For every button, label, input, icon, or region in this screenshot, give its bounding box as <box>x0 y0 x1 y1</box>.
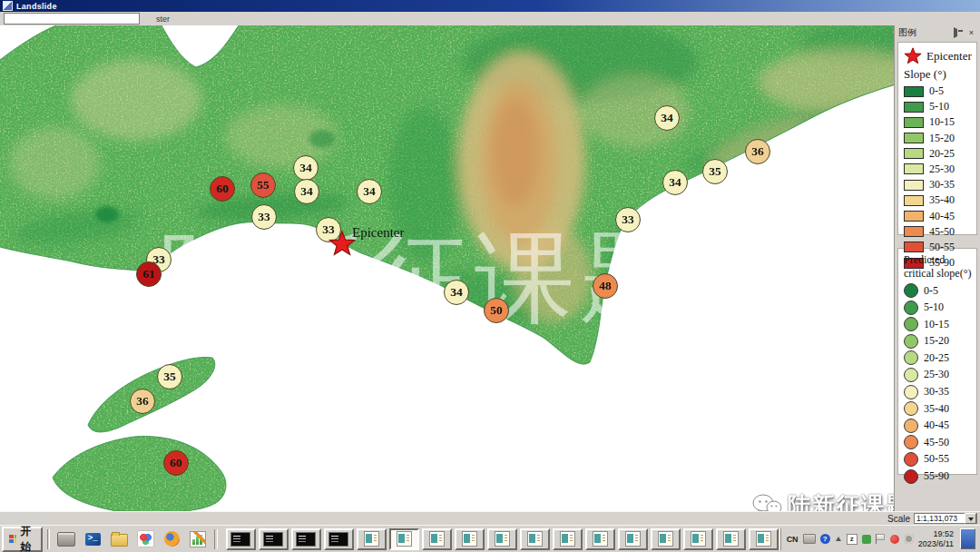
window-title: Landslide <box>16 2 57 11</box>
toolbar-combobox[interactable] <box>4 13 140 25</box>
mapdoc-task-button[interactable] <box>749 528 779 550</box>
scale-combobox[interactable]: 1:1,131,073 <box>914 513 977 524</box>
predicted-class-label: 15-20 <box>924 334 949 348</box>
mapdoc-task-button[interactable] <box>520 528 550 550</box>
predicted-swatch <box>904 368 918 382</box>
window-titlebar[interactable]: Landslide <box>0 0 980 12</box>
slope-point-marker[interactable]: 60 <box>210 176 235 202</box>
slope-swatch <box>904 195 924 206</box>
mapdoc-task-button[interactable] <box>683 528 713 550</box>
slope-point-marker[interactable]: 35 <box>702 159 728 184</box>
predicted-class-row: 5-10 <box>904 301 972 315</box>
update-tray-icon[interactable] <box>904 534 914 544</box>
mapdoc-window-icon <box>560 531 575 547</box>
flag-tray-icon[interactable] <box>876 534 886 544</box>
application-window: Landslide ster <box>0 0 980 552</box>
close-icon[interactable]: × <box>966 28 976 38</box>
mapdoc-task-button[interactable] <box>716 528 746 550</box>
slope-point-marker[interactable]: 34 <box>662 170 688 195</box>
device-icon[interactable] <box>54 528 78 550</box>
predicted-class-row: 55-90 <box>904 469 972 484</box>
start-button[interactable]: 开始 <box>2 527 43 552</box>
uparrow-tray-icon[interactable] <box>835 536 842 543</box>
predicted-swatch <box>904 435 918 449</box>
show-desktop-icon[interactable] <box>960 528 975 549</box>
mapdoc-task-button[interactable] <box>585 528 615 550</box>
legend-panel-title: 图例 <box>898 26 951 39</box>
legend-panel-titlebar[interactable]: 图例 × <box>895 25 980 40</box>
chevron-down-icon[interactable] <box>965 513 976 524</box>
mapdoc-task-button[interactable] <box>389 528 419 550</box>
predicted-class-label: 35-40 <box>924 402 949 416</box>
slope-point-marker[interactable]: 61 <box>136 261 162 287</box>
slope-swatch <box>904 148 924 159</box>
mapdoc-window-icon <box>527 531 543 547</box>
mapdoc-task-button[interactable] <box>618 528 648 550</box>
greenapp-tray-icon[interactable] <box>862 535 871 544</box>
colorwheel-icon[interactable] <box>133 528 157 550</box>
slope-class-label: 50-55 <box>929 241 955 254</box>
predicted-class-label: 30-35 <box>924 385 949 399</box>
mapdoc-window-icon <box>593 531 608 547</box>
slope-class-label: 35-40 <box>929 193 955 207</box>
slope-point-marker[interactable]: 55 <box>250 172 276 198</box>
tray-icons: CN <box>787 534 914 545</box>
mapdoc-window-icon <box>364 531 379 547</box>
slope-class-row: 0-5 <box>904 84 972 98</box>
slope-point-marker[interactable]: 34 <box>293 155 318 181</box>
predicted-swatch <box>904 452 918 467</box>
cn-tray-icon[interactable]: CN <box>787 535 799 544</box>
predicted-swatch <box>904 469 918 484</box>
map-view[interactable]: 陆新征课题组 605534343433333361345048343635343… <box>0 25 980 511</box>
firefox-icon[interactable] <box>160 528 183 550</box>
console-task-button[interactable] <box>259 528 289 550</box>
folder-icon[interactable] <box>107 528 131 550</box>
toolbar: ster <box>0 12 980 26</box>
zapp-tray-icon[interactable] <box>847 534 858 545</box>
mapdoc-window-icon <box>625 531 641 547</box>
redbadge-tray-icon[interactable] <box>890 535 899 544</box>
slope-point-marker[interactable]: 36 <box>130 389 155 414</box>
slope-point-marker[interactable]: 60 <box>163 450 189 476</box>
slope-swatch <box>904 133 924 143</box>
printer-tray-icon[interactable] <box>803 534 816 544</box>
slope-point-marker[interactable]: 34 <box>357 179 382 204</box>
console-window-icon <box>328 532 348 547</box>
mapdoc-task-button[interactable] <box>553 528 583 550</box>
console-task-button[interactable] <box>291 528 321 550</box>
mapdoc-task-button[interactable] <box>455 528 485 550</box>
help-tray-icon[interactable] <box>820 534 830 544</box>
slope-class-row: 15-20 <box>904 132 972 145</box>
slope-point-marker[interactable]: 34 <box>654 105 680 131</box>
slope-point-marker[interactable]: 33 <box>251 204 277 230</box>
tray-clock[interactable]: 19:52 2023/6/11 <box>918 529 954 548</box>
pin-icon[interactable] <box>954 28 964 38</box>
mapdoc-task-button[interactable] <box>357 528 387 550</box>
slope-swatch <box>904 226 924 237</box>
toolbar-label: ster <box>156 15 170 24</box>
slope-point-marker[interactable]: 33 <box>615 207 641 232</box>
mapdoc-task-button[interactable] <box>651 528 681 550</box>
legend-panel: 图例 × Epicenter Slope (°) 0-55-1010-1515-… <box>894 25 980 511</box>
slope-point-marker[interactable]: 36 <box>745 139 770 164</box>
slope-point-marker[interactable]: 50 <box>484 298 509 323</box>
slope-point-marker[interactable]: 35 <box>157 364 182 389</box>
task-buttons <box>226 528 779 550</box>
console-task-button[interactable] <box>324 528 354 550</box>
mapdoc-task-button[interactable] <box>422 528 452 550</box>
tray-time: 19:52 <box>933 529 954 538</box>
powershell-icon[interactable] <box>81 528 104 550</box>
console-window-icon <box>230 532 250 547</box>
predicted-swatch <box>904 401 918 416</box>
slope-point-marker[interactable]: 34 <box>444 280 469 305</box>
legend-epicenter-star-icon <box>904 47 922 64</box>
mapdoc-task-button[interactable] <box>487 528 517 550</box>
predicted-swatch <box>904 301 918 315</box>
slope-point-marker[interactable]: 48 <box>593 273 618 299</box>
slope-point-marker[interactable]: 34 <box>294 179 319 204</box>
imageeditor-icon[interactable] <box>186 528 210 550</box>
console-task-button[interactable] <box>226 528 256 550</box>
wechat-logo-icon <box>751 493 782 512</box>
predicted-swatch <box>904 334 918 349</box>
predicted-swatch <box>904 385 918 399</box>
